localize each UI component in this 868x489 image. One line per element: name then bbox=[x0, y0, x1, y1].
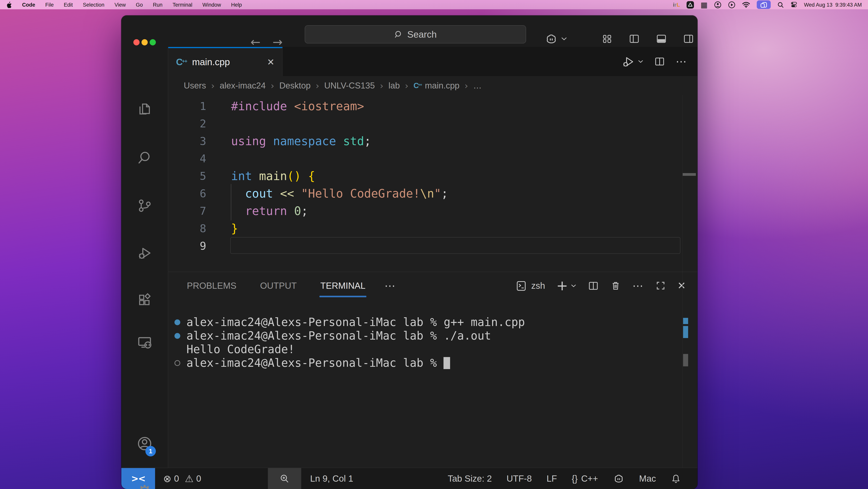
command-decoration-icon[interactable] bbox=[175, 333, 180, 339]
spotlight-search-icon[interactable] bbox=[777, 1, 784, 8]
code-line[interactable]: 6 cout << "Hello CodeGrade!\n"; bbox=[168, 185, 698, 202]
breadcrumb-item[interactable]: alex-imac24 bbox=[220, 81, 266, 91]
search-icon[interactable] bbox=[136, 149, 153, 167]
panel-tab-output[interactable]: OUTPUT bbox=[260, 272, 297, 299]
terminal[interactable]: alex-imac24@Alexs-Personal-iMac lab % g+… bbox=[168, 299, 698, 468]
copilot-status-icon[interactable] bbox=[613, 473, 624, 484]
code-token: return bbox=[245, 204, 287, 218]
notifications-bell-icon[interactable] bbox=[671, 473, 681, 484]
tab-size-status[interactable]: Tab Size: 2 bbox=[448, 473, 492, 484]
remote-os-status[interactable]: Mac bbox=[639, 473, 656, 484]
irl-app-icon[interactable]: irL bbox=[673, 1, 680, 8]
eol-status[interactable]: LF bbox=[547, 473, 557, 484]
code-line[interactable]: 4 bbox=[168, 150, 698, 167]
code-line[interactable]: 3using namespace std; bbox=[168, 132, 698, 150]
maximize-panel-icon[interactable] bbox=[655, 280, 666, 291]
settings-gear-icon[interactable]: ⚙ bbox=[136, 483, 153, 489]
screen-mirroring-icon[interactable] bbox=[757, 0, 771, 9]
breadcrumb-item[interactable]: C++main.cpp bbox=[413, 81, 459, 91]
command-decoration-icon[interactable] bbox=[175, 319, 180, 325]
breadcrumb-item[interactable]: Desktop bbox=[279, 81, 311, 91]
code-line[interactable]: 8} bbox=[168, 220, 698, 237]
breadcrumb-separator: › bbox=[316, 81, 319, 91]
menu-item-edit[interactable]: Edit bbox=[64, 2, 73, 7]
close-panel-icon[interactable]: ✕ bbox=[677, 280, 686, 291]
activity-bar: ⚙ 1 bbox=[121, 47, 168, 468]
menu-item-code[interactable]: Code bbox=[22, 2, 35, 7]
code-token: << bbox=[280, 187, 294, 200]
panel-tab-terminal[interactable]: TERMINAL bbox=[320, 272, 366, 299]
breadcrumb-label: UNLV-CS135 bbox=[324, 81, 375, 91]
terminal-scrollbar-thumb[interactable] bbox=[683, 354, 688, 366]
extensions-icon[interactable] bbox=[136, 291, 153, 309]
menu-item-window[interactable]: Window bbox=[203, 2, 221, 7]
warning-icon: ⚠ bbox=[185, 474, 194, 483]
run-or-debug-button[interactable] bbox=[621, 55, 644, 68]
new-terminal-button[interactable]: + bbox=[556, 280, 577, 291]
prompt-decoration-icon[interactable] bbox=[175, 360, 180, 366]
close-window-button[interactable] bbox=[133, 39, 140, 46]
code-line[interactable]: 5int main() { bbox=[168, 167, 698, 185]
menu-item-run[interactable]: Run bbox=[153, 2, 163, 7]
kill-terminal-icon[interactable] bbox=[610, 280, 621, 291]
play-app-icon[interactable] bbox=[728, 1, 736, 8]
menu-item-go[interactable]: Go bbox=[136, 2, 143, 7]
copilot-icon bbox=[545, 33, 558, 45]
breadcrumb-item[interactable]: … bbox=[473, 81, 482, 91]
encoding-status[interactable]: UTF-8 bbox=[506, 473, 532, 484]
zoom-window-button[interactable] bbox=[150, 39, 156, 46]
language-status[interactable]: {} C++ bbox=[571, 473, 598, 484]
code-line-content: #include <iostream> bbox=[231, 97, 364, 115]
run-debug-icon[interactable] bbox=[136, 244, 153, 262]
source-control-icon[interactable] bbox=[136, 197, 153, 214]
toggle-primary-sidebar-icon[interactable] bbox=[628, 33, 640, 45]
breadcrumb-item[interactable]: Users bbox=[184, 81, 206, 91]
panel-more-tabs-icon[interactable]: ⋯ bbox=[384, 279, 396, 292]
menu-bar-clock[interactable]: Wed Aug 13 9:39:43 AM bbox=[804, 2, 862, 7]
tab-main-cpp[interactable]: C++ main.cpp ✕ bbox=[168, 47, 283, 76]
minimize-window-button[interactable] bbox=[142, 39, 148, 46]
title-bar[interactable]: ← → Search bbox=[121, 16, 698, 47]
code-editor[interactable]: 1#include <iostream>23using namespace st… bbox=[168, 95, 698, 272]
code-token: cout bbox=[245, 187, 273, 200]
menu-item-view[interactable]: View bbox=[115, 2, 126, 7]
copilot-menu-button[interactable] bbox=[545, 33, 567, 45]
toggle-panel-icon[interactable] bbox=[656, 33, 667, 45]
apple-menu-icon[interactable] bbox=[6, 1, 12, 8]
breadcrumb-item[interactable]: UNLV-CS135 bbox=[324, 81, 375, 91]
code-line-content: cout << "Hello CodeGrade!\n"; bbox=[231, 185, 448, 202]
command-center-search[interactable]: Search bbox=[305, 25, 526, 44]
remote-explorer-icon[interactable] bbox=[136, 334, 153, 351]
code-token: main bbox=[259, 169, 287, 183]
menu-item-selection[interactable]: Selection bbox=[83, 2, 104, 7]
panel-tab-problems[interactable]: PROBLEMS bbox=[187, 272, 237, 299]
menu-item-terminal[interactable]: Terminal bbox=[173, 2, 192, 7]
terminal-shell-selector[interactable]: zsh bbox=[515, 280, 545, 292]
menu-item-help[interactable]: Help bbox=[231, 2, 242, 7]
close-tab-icon[interactable]: ✕ bbox=[267, 57, 275, 67]
breadcrumb-item[interactable]: lab bbox=[389, 81, 400, 91]
split-editor-icon[interactable] bbox=[654, 56, 665, 67]
customize-layout-icon[interactable] bbox=[601, 33, 613, 45]
more-actions-icon[interactable]: ⋯ bbox=[676, 55, 687, 68]
panel-more-actions-icon[interactable]: ⋯ bbox=[632, 279, 644, 292]
line-number: 3 bbox=[168, 132, 206, 150]
triangle-app-icon[interactable] bbox=[687, 1, 694, 8]
grid-app-icon[interactable]: ▦ bbox=[701, 1, 708, 8]
code-line[interactable]: 2 bbox=[168, 115, 698, 132]
split-terminal-icon[interactable] bbox=[588, 280, 599, 291]
explorer-icon[interactable] bbox=[136, 100, 153, 118]
line-number: 9 bbox=[168, 237, 206, 255]
control-center-icon[interactable] bbox=[790, 1, 798, 8]
toggle-secondary-sidebar-icon[interactable] bbox=[683, 33, 694, 45]
code-line[interactable]: 9 bbox=[168, 237, 698, 255]
code-line[interactable]: 1#include <iostream> bbox=[168, 97, 698, 115]
user-app-icon[interactable] bbox=[714, 1, 721, 8]
wifi-icon[interactable] bbox=[742, 1, 750, 8]
cursor-position-status[interactable]: Ln 9, Col 1 bbox=[310, 473, 353, 484]
macos-menu-bar: Code FileEditSelectionViewGoRunTerminalW… bbox=[0, 0, 868, 9]
menu-item-file[interactable]: File bbox=[45, 2, 54, 7]
problems-status[interactable]: ⊗ 0 ⚠ 0 bbox=[163, 473, 201, 484]
code-line[interactable]: 7 return 0; bbox=[168, 202, 698, 220]
zoom-indicator[interactable] bbox=[268, 468, 301, 489]
